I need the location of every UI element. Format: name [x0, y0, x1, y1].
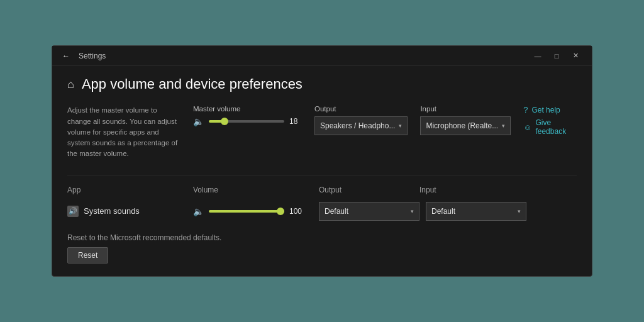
maximize-button[interactable]: □: [548, 50, 565, 62]
app-volume-cell: 🔈 100: [193, 206, 319, 216]
feedback-icon: ☺: [523, 123, 531, 132]
page-header: ⌂ App volume and device preferences: [67, 76, 577, 92]
help-icon: ?: [523, 105, 528, 114]
volume-icon: 🔈: [193, 116, 204, 126]
window-title: Settings: [79, 52, 106, 60]
col-app-header: App: [67, 186, 193, 194]
master-volume-slider-row: 🔈 18: [193, 116, 302, 126]
app-input-arrow: ▾: [518, 208, 521, 214]
divider: [67, 175, 577, 175]
output-group: Output Speakers / Headpho... ▾: [314, 105, 408, 135]
app-list-header: App Volume Output Input: [67, 186, 577, 194]
app-name-cell: 🔊 System sounds: [67, 206, 193, 217]
home-icon: ⌂: [67, 78, 74, 91]
app-input-value: Default: [431, 207, 514, 216]
get-help-label: Get help: [531, 106, 560, 114]
page-title: App volume and device preferences: [82, 76, 303, 92]
app-volume-value: 100: [289, 207, 302, 216]
feedback-label: Give feedback: [535, 118, 577, 136]
back-button[interactable]: ←: [60, 50, 72, 62]
app-output-dropdown[interactable]: Default ▾: [319, 202, 419, 221]
table-row: 🔊 System sounds 🔈 100 Default ▾ Default: [67, 202, 577, 221]
app-name: System sounds: [84, 206, 140, 216]
reset-section: Reset to the Microsoft recommended defau…: [67, 233, 577, 264]
input-dropdown-arrow: ▾: [502, 123, 505, 129]
master-volume-value: 18: [289, 117, 302, 126]
app-output-value: Default: [325, 207, 407, 216]
input-label: Input: [420, 105, 511, 113]
settings-window: ← Settings — □ ✕ ⌂ App volume and device…: [52, 45, 592, 276]
description-text: Adjust the master volume to change all s…: [67, 105, 180, 159]
get-help-link[interactable]: ? Get help: [523, 105, 577, 114]
col-volume-header: Volume: [193, 186, 319, 194]
input-group: Input Microphone (Realte... ▾: [420, 105, 511, 135]
app-volume-slider[interactable]: [209, 210, 284, 213]
output-dropdown[interactable]: Speakers / Headpho... ▾: [314, 116, 408, 135]
reset-button[interactable]: Reset: [67, 247, 108, 264]
output-dropdown-value: Speakers / Headpho...: [320, 121, 395, 130]
master-volume-label: Master volume: [193, 105, 302, 113]
col-input-header: Input: [419, 186, 520, 194]
app-output-cell: Default ▾: [319, 202, 419, 221]
content-area: ⌂ App volume and device preferences Adju…: [52, 66, 592, 275]
title-bar-left: ← Settings: [60, 50, 106, 62]
master-volume-slider[interactable]: [209, 120, 284, 123]
main-section: Adjust the master volume to change all s…: [67, 105, 577, 159]
system-sounds-icon: 🔊: [67, 206, 79, 217]
input-dropdown[interactable]: Microphone (Realte... ▾: [420, 116, 511, 135]
title-bar: ← Settings — □ ✕: [52, 46, 592, 66]
app-volume-icon: 🔈: [193, 206, 204, 216]
description-column: Adjust the master volume to change all s…: [67, 105, 193, 159]
app-volume-slider-row: 🔈 100: [193, 206, 319, 216]
master-volume-group: Master volume 🔈 18: [193, 105, 302, 126]
input-dropdown-value: Microphone (Realte...: [426, 121, 498, 130]
app-input-dropdown[interactable]: Default ▾: [426, 202, 526, 221]
close-button[interactable]: ✕: [567, 50, 584, 62]
controls-column: Master volume 🔈 18 Output Speakers / Hea…: [193, 105, 511, 159]
minimize-button[interactable]: —: [529, 50, 547, 62]
app-output-arrow: ▾: [411, 208, 414, 214]
title-bar-controls: — □ ✕: [529, 50, 584, 62]
reset-description: Reset to the Microsoft recommended defau…: [67, 233, 577, 242]
help-column: ? Get help ☺ Give feedback: [511, 105, 577, 159]
col-output-header: Output: [319, 186, 419, 194]
output-label: Output: [314, 105, 408, 113]
master-controls-row: Master volume 🔈 18 Output Speakers / Hea…: [193, 105, 511, 135]
app-input-cell: Default ▾: [426, 202, 526, 221]
feedback-link[interactable]: ☺ Give feedback: [523, 118, 577, 136]
output-dropdown-arrow: ▾: [399, 123, 402, 129]
